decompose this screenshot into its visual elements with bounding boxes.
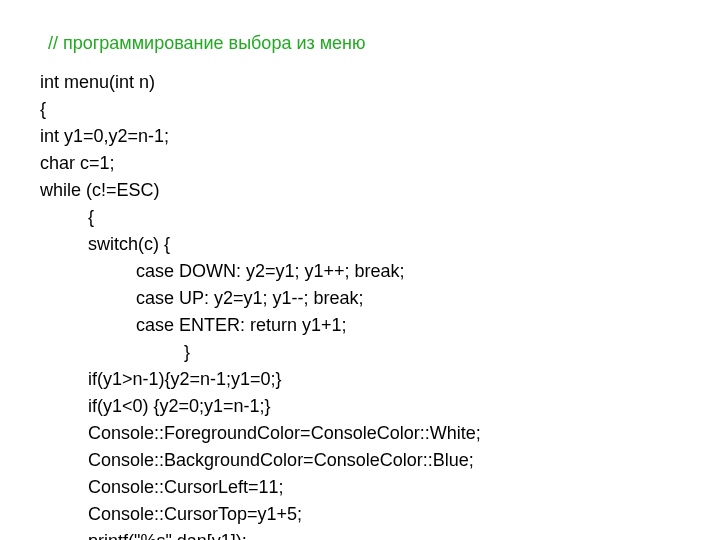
- code-line: Console::CursorLeft=11;: [40, 474, 720, 501]
- code-block: int menu(int n) { int y1=0,y2=n-1; char …: [40, 69, 720, 540]
- code-line: if(y1>n-1){y2=n-1;y1=0;}: [40, 366, 720, 393]
- code-line: char c=1;: [40, 150, 720, 177]
- code-line: case UP: y2=y1; y1--; break;: [40, 285, 720, 312]
- code-line: printf("%s",dan[y1]);: [40, 528, 720, 540]
- code-line: int menu(int n): [40, 69, 720, 96]
- code-line: Console::BackgroundColor=ConsoleColor::B…: [40, 447, 720, 474]
- code-line: {: [40, 96, 720, 123]
- code-line: switch(c) {: [40, 231, 720, 258]
- code-line: if(y1<0) {y2=0;y1=n-1;}: [40, 393, 720, 420]
- code-line: Console::CursorTop=y1+5;: [40, 501, 720, 528]
- code-line: int y1=0,y2=n-1;: [40, 123, 720, 150]
- code-line: case ENTER: return y1+1;: [40, 312, 720, 339]
- code-line: Console::ForegroundColor=ConsoleColor::W…: [40, 420, 720, 447]
- code-line: {: [40, 204, 720, 231]
- code-line: }: [40, 339, 720, 366]
- code-line: while (c!=ESC): [40, 177, 720, 204]
- code-line: case DOWN: y2=y1; y1++; break;: [40, 258, 720, 285]
- slide-title: // программирование выбора из меню: [48, 30, 720, 57]
